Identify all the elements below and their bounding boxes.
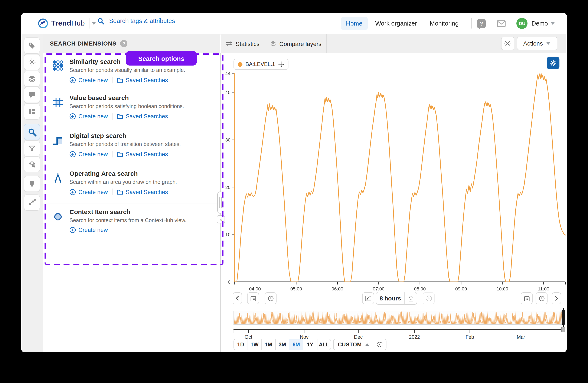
fingerprint-icon — [28, 160, 36, 169]
range-1w[interactable]: 1W — [247, 339, 261, 350]
legend-chip[interactable]: BA:LEVEL.1 — [233, 59, 288, 70]
statistics-label: Statistics — [236, 40, 259, 47]
move-icon[interactable] — [278, 61, 284, 67]
search-input[interactable] — [108, 17, 221, 25]
top-bar: TrendHub Home Work organizer Monitoring … — [21, 13, 567, 35]
duration-group: 8 hours — [376, 292, 417, 305]
create-new-link[interactable]: Create new — [69, 151, 108, 157]
actions-button[interactable]: Actions — [517, 37, 557, 50]
create-new-link[interactable]: Create new — [69, 113, 108, 119]
user-name[interactable]: Demo — [531, 20, 548, 27]
range-3m[interactable]: 3M — [275, 339, 289, 350]
nav-monitoring[interactable]: Monitoring — [425, 17, 463, 30]
card-description: Search for context items from a ContextH… — [69, 217, 187, 223]
trend-mode-button[interactable] — [362, 292, 374, 304]
history-icon — [425, 295, 432, 302]
pan-left-button[interactable] — [233, 292, 242, 304]
svg-text:Feb: Feb — [465, 334, 474, 340]
svg-text:44: 44 — [225, 71, 231, 76]
user-menu-caret-icon[interactable] — [550, 22, 555, 25]
svg-text:0: 0 — [228, 279, 231, 285]
clock-icon — [538, 295, 545, 302]
svg-text:2022: 2022 — [409, 334, 420, 340]
compare-layers-icon — [270, 40, 276, 47]
link-divider — [112, 189, 112, 195]
trendhub-logo[interactable]: TrendHub — [38, 18, 96, 29]
minimap-range-handle[interactable] — [562, 308, 565, 327]
range-1m[interactable]: 1M — [261, 339, 275, 350]
create-new-link[interactable]: Create new — [69, 227, 108, 233]
svg-text:11:00: 11:00 — [538, 286, 549, 291]
help-icon[interactable]: ? — [477, 19, 486, 28]
panel-close-button[interactable]: × — [217, 215, 225, 223]
trendhub-logo-icon — [38, 18, 49, 29]
compare-layers-label: Compare layers — [279, 40, 321, 47]
lock-icon — [408, 295, 414, 302]
saved-searches-link[interactable]: Saved Searches — [117, 151, 168, 157]
saved-searches-link[interactable]: Saved Searches — [117, 189, 168, 195]
nav-work-organizer[interactable]: Work organizer — [370, 17, 422, 30]
history-button[interactable] — [423, 292, 435, 304]
mail-icon — [497, 20, 506, 27]
rail-comments-button[interactable] — [24, 87, 40, 103]
duration-lock-button[interactable] — [404, 292, 417, 304]
panel-help-icon[interactable]: ? — [120, 40, 128, 47]
rail-search-button[interactable] — [24, 124, 40, 140]
compare-layers-tab[interactable]: Compare layers — [265, 34, 327, 53]
minimap-scroll-knob[interactable] — [561, 327, 565, 332]
svg-text:06:00: 06:00 — [332, 286, 343, 291]
rail-filter-button[interactable] — [24, 140, 40, 157]
saved-searches-link[interactable]: Saved Searches — [117, 77, 168, 83]
create-new-link[interactable]: Create new — [69, 77, 108, 83]
layers-icon — [28, 75, 36, 83]
calculations-icon — [28, 58, 36, 66]
custom-caret-icon — [365, 343, 369, 346]
start-time-button[interactable] — [265, 292, 276, 304]
panel-resize-handle[interactable] — [217, 192, 223, 214]
global-search[interactable] — [97, 17, 221, 25]
brand-name: TrendHub — [51, 19, 85, 28]
rail-asset-graph-button[interactable] — [24, 194, 40, 211]
range-1y[interactable]: 1Y — [303, 339, 317, 350]
top-navigation: Home Work organizer Monitoring ? DU Demo — [341, 13, 567, 34]
pan-right-button[interactable] — [552, 292, 561, 304]
nav-home[interactable]: Home — [341, 17, 368, 30]
time-range-group: 1D 1W 1M 3M 6M 1Y ALL — [233, 339, 331, 350]
end-time-button[interactable] — [536, 292, 547, 304]
rail-formulas-button[interactable] — [24, 54, 40, 70]
overview-minimap[interactable] — [233, 311, 566, 325]
saved-searches-link[interactable]: Saved Searches — [117, 113, 168, 119]
statistics-tab[interactable]: Statistics — [220, 34, 265, 53]
duration-value[interactable]: 8 hours — [376, 295, 404, 302]
comment-icon — [28, 91, 36, 99]
fit-range-button[interactable] — [374, 339, 386, 350]
card-description: Search for periods visually similar to a… — [69, 67, 185, 73]
svg-text:04:00: 04:00 — [249, 286, 261, 291]
brand-caret-icon[interactable] — [92, 22, 96, 25]
range-6m[interactable]: 6M — [289, 339, 303, 350]
similarity-search-icon — [52, 60, 63, 71]
range-1d[interactable]: 1D — [234, 339, 247, 350]
start-calendar-button[interactable] — [247, 292, 259, 304]
actions-label: Actions — [523, 40, 543, 47]
create-new-link[interactable]: Create new — [69, 189, 108, 195]
search-card-digital-step[interactable]: Digital step search Search for periods o… — [43, 127, 220, 165]
range-all[interactable]: ALL — [317, 339, 331, 350]
custom-range-button[interactable]: CUSTOM — [334, 342, 374, 347]
live-mode-button[interactable] — [501, 37, 514, 50]
avatar[interactable]: DU — [517, 18, 528, 29]
search-card-context-item[interactable]: Context Item search Search for context i… — [43, 203, 220, 242]
rail-recommendations-button[interactable] — [24, 176, 40, 192]
rail-tags-button[interactable] — [24, 38, 40, 54]
card-title: Value based search — [69, 94, 129, 101]
end-calendar-button[interactable] — [521, 292, 533, 304]
messages-button[interactable] — [497, 19, 506, 28]
rail-dashboard-button[interactable] — [24, 103, 40, 120]
search-card-operating-area[interactable]: Operating Area search Search within an a… — [43, 165, 220, 203]
rail-layers-button[interactable] — [24, 71, 40, 87]
trend-chart[interactable]: 0102030404404:0005:0006:0007:0008:0009:0… — [221, 53, 567, 298]
chart-settings-button[interactable] — [547, 57, 559, 69]
rail-fingerprint-button[interactable] — [24, 156, 40, 172]
search-card-value-based[interactable]: Value based search Search for periods sa… — [43, 89, 220, 127]
plus-circle-icon — [69, 113, 76, 119]
